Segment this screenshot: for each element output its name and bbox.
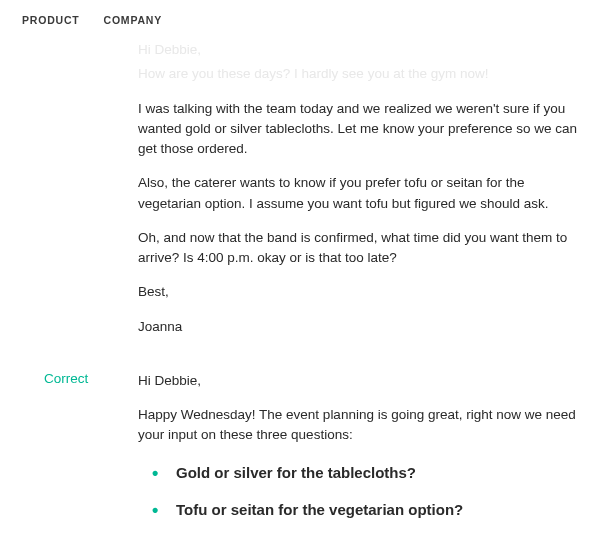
bullet-item-1: Gold or silver for the tablecloths? bbox=[152, 464, 579, 481]
correct-bullets: Gold or silver for the tablecloths? Tofu… bbox=[138, 464, 579, 541]
bullet-item-2: Tofu or seitan for the vegetarian option… bbox=[152, 501, 579, 518]
content-area: Hi Debbie, How are you these days? I har… bbox=[0, 40, 611, 540]
correct-greeting: Hi Debbie, bbox=[138, 371, 579, 391]
wrong-signature: Joanna bbox=[138, 317, 579, 337]
correct-example-row: Correct Hi Debbie, Happy Wednesday! The … bbox=[0, 371, 589, 540]
correct-intro: Happy Wednesday! The event planning is g… bbox=[138, 405, 579, 446]
nav-company[interactable]: COMPANY bbox=[104, 14, 163, 26]
nav-product[interactable]: PRODUCT bbox=[22, 14, 80, 26]
faded-line2: How are you these days? I hardly see you… bbox=[138, 64, 579, 84]
faded-greeting: Hi Debbie, bbox=[138, 40, 579, 60]
wrong-closing: Best, bbox=[138, 282, 579, 302]
wrong-paragraph-3: Oh, and now that the band is confirmed, … bbox=[138, 228, 579, 269]
wrong-example-row: Hi Debbie, How are you these days? I har… bbox=[0, 40, 589, 351]
wrong-body: Hi Debbie, How are you these days? I har… bbox=[138, 40, 589, 351]
correct-label: Correct bbox=[0, 371, 138, 386]
correct-body: Hi Debbie, Happy Wednesday! The event pl… bbox=[138, 371, 589, 540]
top-nav: PRODUCT COMPANY bbox=[0, 0, 611, 40]
wrong-paragraph-2: Also, the caterer wants to know if you p… bbox=[138, 173, 579, 214]
wrong-paragraph-1: I was talking with the team today and we… bbox=[138, 99, 579, 160]
